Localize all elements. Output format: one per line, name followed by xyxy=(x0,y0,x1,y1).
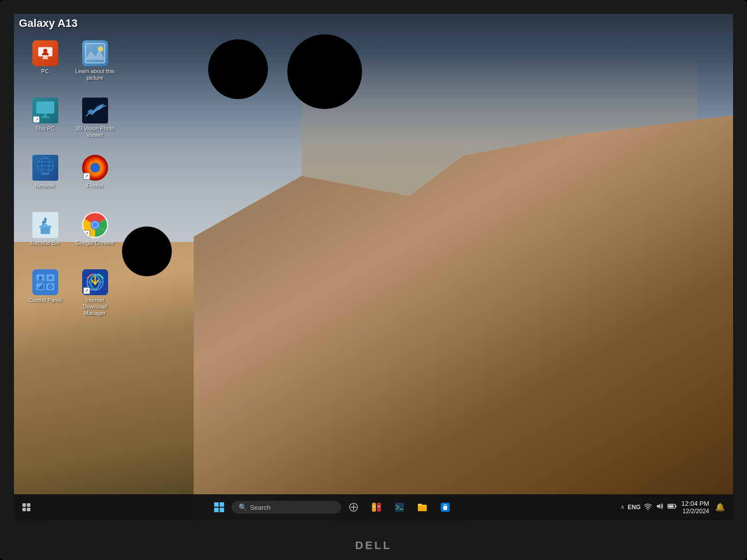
pc-icon xyxy=(32,40,58,66)
windows-logo xyxy=(214,502,224,512)
svg-rect-43 xyxy=(42,284,43,289)
system-tray: ∧ ENG xyxy=(621,502,677,512)
learn-picture-icon-label: Learn about this picture xyxy=(73,68,117,81)
this-pc-icon: ↗ xyxy=(32,98,58,123)
svg-rect-53 xyxy=(27,503,30,507)
svg-rect-41 xyxy=(38,287,39,289)
desktop-icon-this-pc[interactable]: ↗ This PC xyxy=(21,94,69,151)
svg-rect-42 xyxy=(40,286,41,289)
desktop-icon-control-panel[interactable]: Control Panel xyxy=(21,265,69,323)
task-view-button[interactable] xyxy=(343,497,364,518)
dell-brand: DELL xyxy=(355,539,391,552)
svg-point-31 xyxy=(92,222,98,227)
desktop-icon-pc[interactable]: PC xyxy=(21,36,69,94)
device-connection-label: Galaxy A13 xyxy=(19,17,78,30)
taskbar-right: ∧ ENG xyxy=(621,500,733,515)
google-chrome-icon: ↗ xyxy=(82,212,108,238)
svg-rect-26 xyxy=(39,225,51,227)
monitor-bezel: Galaxy A13 PC xyxy=(0,0,747,560)
svg-rect-38 xyxy=(38,280,43,281)
clock-area[interactable]: 12:04 PM 12/2/2024 xyxy=(681,500,709,515)
svg-rect-61 xyxy=(373,506,375,507)
control-panel-icon xyxy=(32,269,58,295)
show-desktop-button[interactable] xyxy=(19,497,34,518)
tray-expand-button[interactable]: ∧ xyxy=(621,504,624,510)
network-icon xyxy=(32,155,58,181)
svg-rect-27 xyxy=(43,224,47,225)
taskbar-left xyxy=(14,497,44,518)
wallpaper xyxy=(14,14,733,520)
search-icon-taskbar: 🔍 xyxy=(239,503,247,511)
screen: Galaxy A13 PC xyxy=(14,14,733,520)
svg-rect-62 xyxy=(378,506,380,507)
clock-date: 12/2/2024 xyxy=(681,508,709,515)
desktop-icon-firefox[interactable]: ↗ Firefox xyxy=(71,151,119,208)
idm-icon-label: Internet Download Manager xyxy=(73,297,117,317)
this-pc-icon-label: This PC xyxy=(35,125,55,132)
google-chrome-icon-label: Google Chrome xyxy=(76,240,115,246)
search-placeholder: Search xyxy=(250,504,270,511)
svg-point-40 xyxy=(49,277,51,279)
desktop-icon-recycle-bin[interactable]: Recycle Bin xyxy=(21,208,69,265)
svg-point-66 xyxy=(647,509,648,510)
svg-rect-10 xyxy=(44,113,47,116)
recycle-bin-icon xyxy=(32,212,58,238)
svg-point-3 xyxy=(43,49,47,53)
svg-rect-68 xyxy=(669,505,674,508)
windows-start-button[interactable] xyxy=(209,497,230,518)
redaction-3 xyxy=(122,226,172,276)
store-taskbar-button[interactable] xyxy=(435,497,456,518)
svg-rect-69 xyxy=(675,506,677,507)
desktop-icon-idm[interactable]: ↗ Internet Download Manager xyxy=(71,265,119,323)
clock-time: 12:04 PM xyxy=(681,500,709,508)
svg-rect-55 xyxy=(27,508,30,511)
svg-rect-9 xyxy=(37,103,53,112)
network-icon-label: Network xyxy=(35,183,55,189)
svg-rect-4 xyxy=(85,44,105,63)
desktop-icon-google-chrome[interactable]: ↗ Google Chrome xyxy=(71,208,119,265)
recycle-bin-icon-label: Recycle Bin xyxy=(30,240,59,246)
buildings-overlay xyxy=(302,54,697,257)
firefox-icon-label: Firefox xyxy=(87,183,104,189)
terminal-taskbar-button[interactable] xyxy=(389,497,410,518)
search-bar[interactable]: 🔍 Search xyxy=(232,501,341,514)
svg-rect-52 xyxy=(22,503,26,507)
firefox-icon: ↗ xyxy=(82,155,108,181)
taskbar-center: 🔍 Search xyxy=(44,497,621,518)
desktop-icon-network[interactable]: Network xyxy=(21,151,69,208)
3d-vision-icon xyxy=(82,98,108,123)
svg-text:↗: ↗ xyxy=(35,117,39,122)
svg-point-37 xyxy=(39,276,42,279)
battery-tray-icon[interactable] xyxy=(667,502,677,512)
svg-rect-11 xyxy=(41,116,49,118)
desktop-icon-3d-vision[interactable]: 3D Vision Photo Viewer xyxy=(71,94,119,151)
pc-icon-label: PC xyxy=(41,68,49,75)
desktop-icons-container: PC Learn about this picture xyxy=(21,36,121,323)
file-explorer-taskbar-button[interactable] xyxy=(412,497,433,518)
notification-button[interactable]: 🔔 xyxy=(713,500,727,514)
redaction-1 xyxy=(208,39,268,99)
svg-point-24 xyxy=(91,164,99,172)
svg-rect-21 xyxy=(43,173,47,175)
wifi-tray-icon[interactable] xyxy=(643,502,652,512)
clock-taskbar-button[interactable] xyxy=(366,497,387,518)
redaction-2 xyxy=(287,34,362,109)
learn-picture-icon xyxy=(82,40,108,66)
svg-rect-32 xyxy=(32,269,58,295)
3d-vision-icon-label: 3D Vision Photo Viewer xyxy=(73,125,117,138)
taskbar: 🔍 Search xyxy=(14,494,733,520)
svg-point-5 xyxy=(98,46,103,52)
desktop-icon-learn-picture[interactable]: Learn about this picture xyxy=(71,36,119,94)
language-indicator[interactable]: ENG xyxy=(627,504,640,511)
control-panel-icon-label: Control Panel xyxy=(28,297,62,304)
svg-rect-54 xyxy=(22,508,26,511)
volume-tray-icon[interactable] xyxy=(655,502,664,512)
idm-icon: ↗ xyxy=(82,269,108,295)
